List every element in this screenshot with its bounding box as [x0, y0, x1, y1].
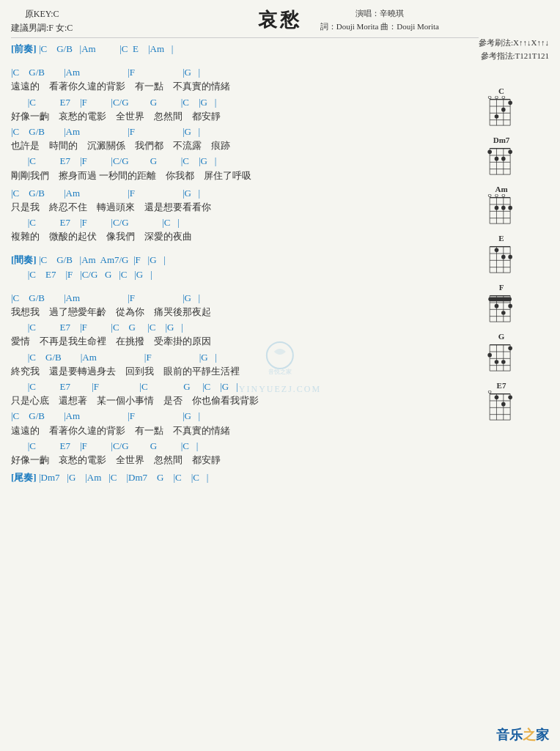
section-2: |C G/B |Am |F |G |只是我 終忍不住 轉過頭來 還是想要看看你 … [11, 187, 450, 244]
chord-diagram-F: F [454, 283, 549, 323]
song-title: 哀愁 [11, 7, 549, 33]
line-4-7: 只是心底 還想著 某一個小事情 是否 你也偷看我背影 [11, 394, 347, 407]
chord-diagram-C: C [454, 86, 549, 127]
line-2-2: |C E7 |F |C/G |C | [11, 216, 347, 229]
footer-home: 家 [536, 728, 549, 742]
main-content: C [11, 42, 549, 484]
line-4-0: |C G/B |Am |F |G | [11, 292, 347, 305]
composer: 詞：Douji Morita 曲：Douji Morita [320, 21, 439, 34]
title-area: 原KEY:C 建議男調:F 女:C 哀愁 演唱：辛曉琪 詞：Douji Mori… [11, 7, 549, 33]
svg-point-13 [501, 108, 506, 112]
line-3-0: [間奏] |C G/B |Am Am7/G |F |G | [11, 254, 347, 267]
svg-point-9 [488, 96, 491, 99]
line-1-4: |C G/B |Am |F |G | [11, 125, 347, 138]
svg-point-40 [495, 206, 499, 210]
line-4-1: 我想我 過了戀愛年齡 從為你 痛哭後那夜起 [11, 306, 347, 319]
chord-name-C: C [498, 86, 504, 95]
footer-dot: 之 [523, 728, 536, 742]
chord-diagram-Am: Am [454, 185, 549, 225]
svg-point-25 [495, 157, 499, 161]
svg-point-39 [502, 194, 505, 197]
svg-point-93 [508, 396, 512, 400]
section-5: [尾奏] |Dm7 |G |Am |C |Dm7 G |C |C | [11, 471, 450, 484]
line-4-3: 愛情 不再是我生命裡 在挑撥 受牽掛的原因 [11, 335, 347, 348]
line-1-0: |C G/B |Am |F |G | [11, 66, 347, 79]
svg-point-53 [501, 255, 506, 259]
svg-point-92 [501, 402, 506, 407]
line-4-9: 遠遠的 看著你久違的背影 有一點 不真實的情緒 [11, 424, 347, 437]
chord-diagram-E7: E7 [454, 381, 549, 421]
line-1-5: 也許是 時間的 沉澱關係 我們都 不流露 痕跡 [11, 139, 347, 152]
svg-point-42 [508, 206, 512, 210]
section-label-3: [間奏] [11, 254, 37, 265]
spacer-4 [11, 286, 450, 292]
svg-point-27 [508, 150, 512, 155]
section-label-5: [尾奏] [11, 472, 37, 483]
svg-point-65 [495, 304, 499, 308]
fretboard-G [483, 341, 520, 372]
line-4-4: |C G/B |Am |F |G | [11, 351, 347, 364]
performer: 演唱：辛曉琪 [320, 7, 439, 21]
line-2-3: 複雜的 微酸的起伏 像我們 深愛的夜曲 [11, 230, 347, 243]
chord-diagram-E: E [454, 234, 549, 274]
svg-point-11 [502, 96, 505, 99]
line-1-2: |C E7 |F |C/G G |C |G | [11, 96, 347, 109]
fretboard-E7 [483, 391, 520, 421]
section-0: [前奏] |C G/B |Am |C E |Am | [11, 42, 450, 56]
spacer-3 [11, 248, 450, 254]
line-0-0: [前奏] |C G/B |Am |C E |Am | [11, 42, 347, 56]
chord-diagram-Dm7: Dm7 [454, 136, 549, 176]
svg-point-54 [508, 255, 512, 259]
svg-point-26 [501, 157, 506, 161]
svg-point-78 [495, 360, 499, 364]
line-1-3: 好像一齣 哀愁的電影 全世界 忽然間 都安靜 [11, 110, 347, 123]
fretboard-Dm7 [483, 145, 520, 176]
line-4-5: 終究我 還是要轉過身去 回到我 眼前的平靜生活裡 [11, 365, 347, 378]
svg-point-14 [495, 114, 499, 119]
line-1-6: |C E7 |F |C/G G |C |G | [11, 155, 347, 168]
svg-point-52 [495, 248, 499, 253]
header-divider [11, 37, 479, 38]
line-3-1: |C E7 |F |C/G G |C |G | [11, 268, 347, 281]
line-2-1: 只是我 終忍不住 轉過頭來 還是想要看看你 [11, 201, 347, 214]
svg-point-67 [508, 304, 512, 308]
footer-text: 音乐 [496, 728, 523, 742]
svg-point-66 [501, 311, 506, 315]
line-4-11: 好像一齣 哀愁的電影 全世界 忽然間 都安靜 [11, 454, 347, 467]
line-1-7: 剛剛我們 擦身而過 一秒間的距離 你我都 屏住了呼吸 [11, 169, 347, 182]
original-key: 原KEY:C [11, 7, 73, 21]
chord-name-E: E [498, 234, 504, 243]
section-label-0: [前奏] [11, 43, 37, 54]
fretboard-E [483, 243, 520, 274]
chord-name-Am: Am [495, 185, 507, 193]
chord-diagrams: C [454, 86, 549, 421]
svg-point-80 [508, 347, 512, 351]
line-4-6: |C E7 |F |C G |C |G | [11, 380, 347, 393]
svg-point-90 [488, 391, 491, 393]
footer-logo: 音乐之家 [496, 726, 549, 744]
svg-point-37 [488, 194, 491, 197]
suggested-key: 建議男調:F 女:C [11, 21, 73, 35]
performer-info: 演唱：辛曉琪 詞：Douji Morita 曲：Douji Morita [320, 7, 439, 33]
svg-point-38 [495, 194, 498, 197]
page: 原KEY:C 建議男調:F 女:C 哀愁 演唱：辛曉琪 詞：Douji Mori… [0, 0, 560, 751]
fretboard-Am [483, 194, 520, 225]
svg-rect-64 [488, 297, 512, 302]
section-4: |C G/B |Am |F |G |我想我 過了戀愛年齡 從為你 痛哭後那夜起 … [11, 292, 450, 467]
svg-point-24 [487, 150, 492, 155]
fretboard-F [483, 292, 520, 323]
fretboard-C [483, 96, 520, 127]
line-1-1: 遠遠的 看著你久違的背影 有一點 不真實的情緒 [11, 80, 347, 93]
chord-diagram-G: G [454, 332, 549, 372]
svg-point-79 [501, 360, 506, 364]
chord-name-F: F [499, 283, 504, 292]
line-5-0: [尾奏] |Dm7 |G |Am |C |Dm7 G |C |C | [11, 471, 347, 484]
chord-name-Dm7: Dm7 [493, 136, 510, 144]
line-4-2: |C E7 |F |C G |C |G | [11, 321, 347, 334]
spacer-1 [11, 60, 450, 66]
svg-point-77 [487, 353, 492, 358]
chord-name-G: G [498, 332, 505, 341]
line-2-0: |C G/B |Am |F |G | [11, 187, 347, 200]
svg-point-41 [501, 206, 506, 210]
section-1: |C G/B |Am |F |G |遠遠的 看著你久違的背影 有一點 不真實的情… [11, 66, 450, 182]
